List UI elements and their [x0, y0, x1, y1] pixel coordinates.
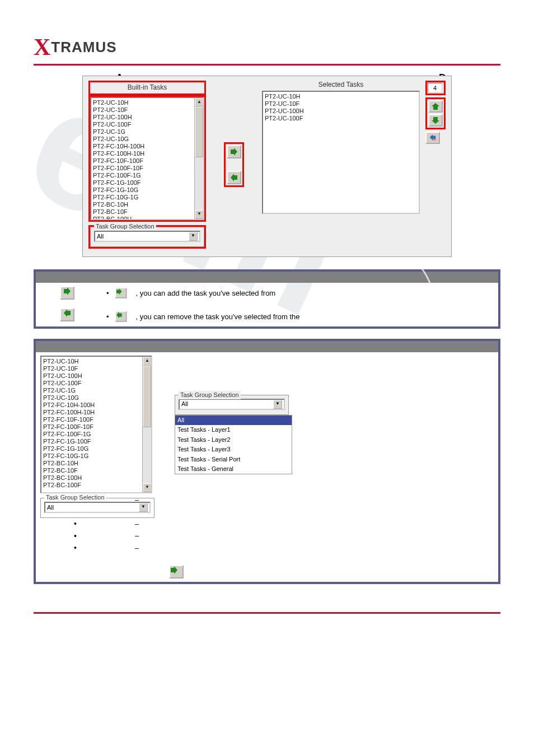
- remove-task-button[interactable]: [227, 171, 241, 184]
- remove-all-button[interactable]: All: [425, 132, 440, 144]
- builtin-tasks-list-frame: PT2-UC-10H PT2-UC-10F PT2-UC-100H PT2-UC…: [88, 95, 206, 222]
- task-group-selection-combo-c[interactable]: All ▼: [179, 399, 285, 410]
- list-item[interactable]: PT2-BC-100H: [93, 216, 202, 220]
- list-item[interactable]: PT2-UC-100H: [93, 114, 202, 121]
- svg-marker-10: [171, 566, 177, 574]
- list-item[interactable]: PT2-BC-10F: [93, 208, 202, 216]
- list-item[interactable]: PT2-UC-100H: [265, 108, 417, 115]
- add-task-button[interactable]: [227, 145, 241, 158]
- dropdown-option[interactable]: Test Tasks - Serial Port: [175, 455, 292, 464]
- bullet-icon: •: [106, 312, 109, 321]
- list-item[interactable]: PT2-FC-100F-1G: [43, 431, 149, 438]
- scroll-down-button[interactable]: ▼: [143, 483, 152, 492]
- list-item[interactable]: PT2-UC-10G: [93, 136, 202, 143]
- scroll-thumb[interactable]: [143, 366, 151, 427]
- svg-text:All: All: [432, 137, 436, 141]
- builtin-tasks-list[interactable]: PT2-UC-10H PT2-UC-10F PT2-UC-100H PT2-UC…: [90, 97, 204, 220]
- list-item[interactable]: PT2-FC-100F-10F: [93, 165, 202, 172]
- task-group-selection-label-c: Task Group Selection: [179, 391, 241, 399]
- list-item[interactable]: PT2-UC-1G: [93, 128, 202, 136]
- chevron-down-icon[interactable]: ▼: [139, 503, 148, 512]
- dropdown-option[interactable]: Test Tasks - Layer1: [175, 425, 292, 435]
- scrollbar[interactable]: ▲ ▼: [194, 98, 203, 219]
- move-down-button[interactable]: [428, 114, 443, 127]
- arrow-right-icon: [63, 287, 71, 295]
- list-item[interactable]: PT2-BC-10H: [93, 201, 202, 208]
- svg-marker-6: [64, 287, 71, 295]
- list-item[interactable]: PT2-UC-10F: [265, 100, 417, 108]
- task-group-selection-label: Task Group Selection: [94, 223, 156, 230]
- list-item[interactable]: PT2-UC-10H: [43, 358, 149, 365]
- brand-logo: X TRAMUS: [34, 34, 500, 60]
- list-item[interactable]: PT2-UC-100F: [93, 121, 202, 128]
- list-item[interactable]: PT2-FC-10H-100H: [43, 402, 149, 409]
- dash: –: [135, 519, 139, 529]
- arrow-up-icon: [432, 102, 439, 110]
- task-group-selection-combo[interactable]: All ▼: [94, 231, 200, 242]
- section-a-header: [35, 270, 499, 283]
- task-group-dropdown-open: Task Group Selection All ▼ All Test Task…: [175, 395, 292, 474]
- brand-name: TRAMUS: [51, 39, 116, 56]
- list-item[interactable]: PT2-FC-10F-100F: [93, 157, 202, 165]
- dropdown-list[interactable]: All Test Tasks - Layer1 Test Tasks - Lay…: [175, 415, 292, 474]
- selected-tasks-list[interactable]: PT2-UC-10H PT2-UC-10F PT2-UC-100H PT2-UC…: [262, 91, 420, 214]
- list-item[interactable]: PT2-UC-10F: [43, 365, 149, 372]
- list-item[interactable]: PT2-FC-10F-100F: [43, 416, 149, 423]
- list-item[interactable]: PT2-FC-10G-1G: [43, 452, 149, 460]
- list-item[interactable]: PT2-BC-10F: [43, 467, 149, 474]
- arrow-left-icon: [230, 174, 238, 181]
- list-item[interactable]: PT2-UC-10G: [43, 394, 149, 402]
- builtin-tasks-list-b[interactable]: PT2-UC-10H PT2-UC-10F PT2-UC-100H PT2-UC…: [40, 356, 152, 493]
- list-item[interactable]: PT2-UC-10H: [93, 99, 202, 106]
- list-item[interactable]: PT2-FC-10H-100H: [93, 143, 202, 150]
- list-item[interactable]: PT2-FC-1G-100F: [43, 438, 149, 445]
- list-item[interactable]: PT2-FC-10G-1G: [93, 194, 202, 201]
- list-item[interactable]: PT2-UC-100F: [265, 115, 417, 122]
- dropdown-option[interactable]: All: [175, 416, 292, 425]
- combo-value: All: [181, 400, 188, 408]
- task-group-selection-combo-b[interactable]: All ▼: [44, 502, 151, 513]
- list-item[interactable]: PT2-BC-100F: [43, 482, 149, 489]
- scroll-down-button[interactable]: ▼: [195, 210, 204, 219]
- scroll-up-button[interactable]: ▲: [195, 98, 204, 107]
- arrow-left-icon: [116, 312, 122, 318]
- combo-value: All: [47, 504, 54, 511]
- dash: –: [135, 531, 139, 541]
- list-item[interactable]: PT2-UC-1G: [43, 387, 149, 394]
- list-item[interactable]: PT2-FC-100H-10H: [93, 150, 202, 157]
- arrow-right-icon: [116, 288, 122, 295]
- list-item[interactable]: PT2-FC-100F-1G: [93, 172, 202, 179]
- chevron-down-icon[interactable]: ▼: [189, 232, 198, 241]
- section-b-table: PT2-UC-10H PT2-UC-10F PT2-UC-100H PT2-UC…: [34, 339, 500, 584]
- dropdown-option[interactable]: Test Tasks - Layer3: [175, 445, 292, 454]
- arrow-left-icon: [63, 309, 71, 317]
- list-item[interactable]: PT2-FC-100F-10F: [43, 423, 149, 431]
- selected-tasks-header: Selected Tasks: [262, 81, 420, 88]
- remove-button-icon-large: [60, 308, 74, 321]
- svg-marker-0: [231, 148, 237, 156]
- scrollbar[interactable]: ▲ ▼: [142, 357, 151, 492]
- arrow-right-icon: [170, 566, 178, 574]
- scroll-thumb[interactable]: [195, 107, 203, 157]
- list-item[interactable]: PT2-FC-1G-10G: [93, 186, 202, 194]
- scroll-up-button[interactable]: ▲: [143, 357, 152, 366]
- dropdown-option[interactable]: Test Tasks - General: [175, 464, 292, 474]
- list-item[interactable]: PT2-FC-100H-10H: [43, 409, 149, 416]
- dropdown-option[interactable]: Test Tasks - Layer2: [175, 435, 292, 445]
- list-item[interactable]: PT2-UC-100F: [43, 380, 149, 387]
- list-item[interactable]: PT2-FC-1G-10G: [43, 445, 149, 452]
- header-rule: [34, 64, 500, 66]
- chevron-down-icon[interactable]: ▼: [273, 400, 282, 409]
- svg-marker-8: [116, 288, 122, 295]
- clear-all-icon: All: [429, 134, 437, 142]
- list-item[interactable]: PT2-FC-1G-100F: [93, 179, 202, 186]
- bullet-icon: •: [74, 543, 77, 554]
- list-item[interactable]: PT2-UC-10F: [93, 106, 202, 114]
- bullet-icon: •: [74, 531, 77, 542]
- svg-marker-1: [231, 174, 237, 181]
- list-item[interactable]: PT2-UC-100H: [43, 372, 149, 380]
- move-up-button[interactable]: [428, 100, 443, 113]
- list-item[interactable]: PT2-BC-10H: [43, 460, 149, 467]
- list-item[interactable]: PT2-BC-100H: [43, 474, 149, 482]
- list-item[interactable]: PT2-UC-10H: [265, 93, 417, 100]
